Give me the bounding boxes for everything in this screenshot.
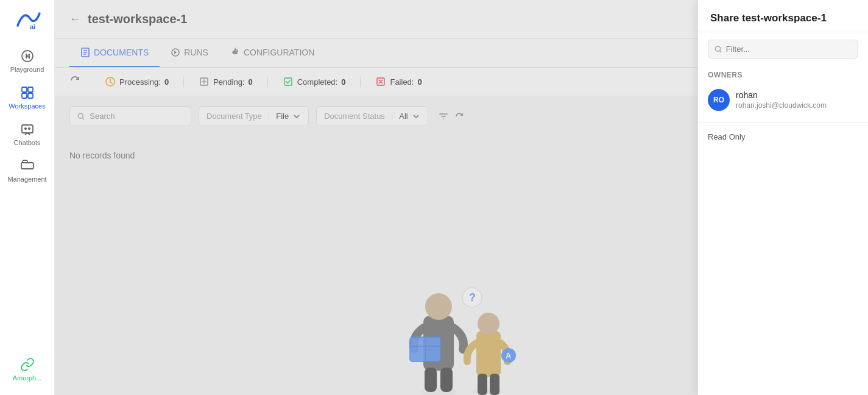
read-only-section: Read Only xyxy=(698,127,868,146)
filter-icon[interactable] xyxy=(438,111,449,122)
tab-bar: DOCUMENTS RUNS CONFIGURATION xyxy=(55,39,697,68)
search-icon xyxy=(77,112,85,121)
refresh-icon-2[interactable] xyxy=(454,111,465,122)
avatar: RO xyxy=(708,89,730,111)
doc-type-label: Document Type xyxy=(206,112,262,121)
share-panel: Share test-workspace-1 Owners RO rohan r… xyxy=(697,0,868,395)
failed-value: 0 xyxy=(417,77,422,87)
doc-type-value: File xyxy=(276,112,289,121)
tab-runs-label: RUNS xyxy=(184,48,208,57)
status-pending: Pending: 0 xyxy=(184,76,268,87)
svg-point-28 xyxy=(478,313,499,335)
filter-actions xyxy=(438,111,465,122)
empty-state: No records found xyxy=(55,136,697,175)
sidebar-item-amorph-label: Amorph... xyxy=(13,374,42,382)
processing-label: Processing: xyxy=(119,77,161,87)
completed-value: 0 xyxy=(341,77,345,87)
failed-label: Failed: xyxy=(390,77,414,87)
owner-info: rohan rohan.joshi@cloudwick.com xyxy=(736,90,827,110)
sidebar-item-management-label: Management xyxy=(7,176,46,183)
svg-rect-21 xyxy=(440,368,453,392)
divider xyxy=(698,122,868,123)
svg-rect-27 xyxy=(476,331,501,377)
page-header: ← test-workspace-1 xyxy=(55,0,697,39)
status-completed: Completed: 0 xyxy=(268,76,361,87)
chevron-down-icon-2 xyxy=(412,112,420,121)
doc-status-value: All xyxy=(399,112,408,121)
sidebar-item-workspaces[interactable]: Workspaces xyxy=(0,79,54,116)
svg-point-7 xyxy=(24,128,26,129)
svg-point-16 xyxy=(78,113,83,118)
sidebar-item-amorph[interactable]: Amorph... xyxy=(0,351,54,388)
svg-rect-30 xyxy=(490,374,499,395)
svg-point-8 xyxy=(28,128,29,129)
owner-row: RO rohan rohan.joshi@cloudwick.com xyxy=(698,83,868,117)
sidebar-item-playground-label: Playground xyxy=(10,66,44,73)
owner-name: rohan xyxy=(736,90,827,100)
status-bar: Processing: 0 Pending: 0 Completed: 0 xyxy=(55,68,697,96)
svg-rect-3 xyxy=(28,87,33,92)
page-title: test-workspace-1 xyxy=(88,12,187,26)
panel-header: Share test-workspace-1 xyxy=(698,0,868,32)
owners-section-title: Owners xyxy=(698,66,868,83)
filters-row: Document Type | File Document Status | A… xyxy=(55,96,697,136)
svg-text:A: A xyxy=(506,351,512,360)
completed-label: Completed: xyxy=(297,77,337,87)
refresh-button[interactable] xyxy=(69,75,80,88)
sidebar-item-management[interactable]: Management xyxy=(0,152,54,189)
svg-rect-5 xyxy=(28,93,33,98)
status-failed: Failed: 0 xyxy=(361,76,436,87)
doc-type-filter[interactable]: Document Type | File xyxy=(199,106,309,126)
panel-search-input[interactable] xyxy=(726,44,852,54)
tab-runs[interactable]: RUNS xyxy=(160,39,219,67)
search-input[interactable] xyxy=(90,112,183,121)
owner-email: rohan.joshi@cloudwick.com xyxy=(736,101,827,110)
processing-value: 0 xyxy=(164,77,169,87)
svg-rect-29 xyxy=(478,374,487,395)
svg-point-19 xyxy=(425,293,452,320)
svg-text:?: ? xyxy=(469,291,476,304)
svg-rect-4 xyxy=(22,93,27,98)
svg-point-33 xyxy=(715,46,720,51)
svg-rect-2 xyxy=(22,87,27,92)
svg-rect-20 xyxy=(425,368,437,392)
tab-documents-label: DOCUMENTS xyxy=(94,48,149,57)
svg-rect-14 xyxy=(284,78,292,85)
tab-documents[interactable]: DOCUMENTS xyxy=(69,39,160,67)
logo[interactable]: ai xyxy=(13,7,42,33)
panel-search-icon xyxy=(715,45,722,54)
sidebar: ai Playground Workspaces Chatbots xyxy=(0,0,55,395)
main-content: ← test-workspace-1 DOCUMENTS RUNS CONFIG… xyxy=(55,0,697,395)
sidebar-item-chatbots[interactable]: Chatbots xyxy=(0,116,54,152)
search-box[interactable] xyxy=(69,106,191,126)
pending-label: Pending: xyxy=(213,77,244,87)
pending-value: 0 xyxy=(248,77,252,87)
tab-configuration[interactable]: CONFIGURATION xyxy=(219,39,325,67)
illustration: ? A xyxy=(387,243,521,395)
status-processing: Processing: 0 xyxy=(90,76,184,87)
sidebar-item-chatbots-label: Chatbots xyxy=(13,139,40,146)
tab-configuration-label: CONFIGURATION xyxy=(244,48,314,57)
svg-text:ai: ai xyxy=(30,23,35,30)
sidebar-item-playground[interactable]: Playground xyxy=(0,43,54,79)
doc-status-label: Document Status xyxy=(324,112,385,121)
doc-status-filter[interactable]: Document Status | All xyxy=(316,106,428,126)
back-button[interactable]: ← xyxy=(69,13,80,26)
sidebar-item-workspaces-label: Workspaces xyxy=(9,102,45,110)
chevron-down-icon xyxy=(292,112,301,121)
empty-state-text: No records found xyxy=(69,151,135,160)
panel-title: Share test-workspace-1 xyxy=(710,12,827,24)
panel-search-box[interactable] xyxy=(708,40,858,59)
svg-rect-6 xyxy=(22,125,33,133)
